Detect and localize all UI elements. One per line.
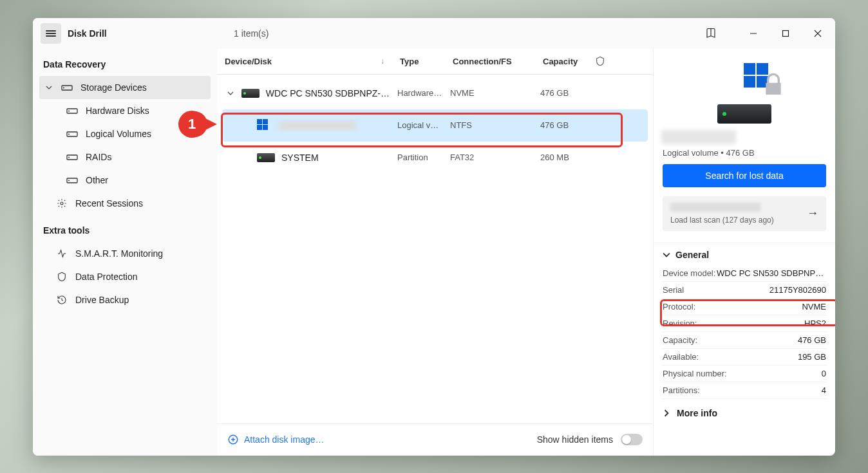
gear-icon [56, 198, 68, 209]
svg-point-7 [68, 110, 70, 111]
maximize-button[interactable] [771, 23, 800, 44]
sidebar-item-smart[interactable]: S.M.A.R.T. Monitoring [39, 242, 211, 265]
sidebar-item-drive-backup[interactable]: Drive Backup [39, 288, 211, 311]
svg-point-11 [68, 156, 70, 158]
sidebar-section-recovery: Data Recovery [39, 54, 211, 76]
property-row: Device model:WDC PC SN530 SDBPNPZ-512G-… [663, 265, 826, 282]
svg-point-9 [68, 133, 70, 134]
minimize-button[interactable] [739, 23, 768, 44]
sidebar-item-other[interactable]: Other [39, 169, 211, 192]
activity-icon [56, 248, 68, 259]
attach-disk-image-link[interactable]: Attach disk image… [227, 434, 325, 445]
svg-point-14 [61, 202, 63, 205]
table-row[interactable]: Logical vol… NTFS 476 GB [222, 109, 648, 142]
hamburger-icon [46, 30, 56, 37]
svg-point-5 [63, 87, 64, 88]
column-connection[interactable]: Connection/FS [445, 49, 535, 74]
sidebar-item-storage-devices[interactable]: Storage Devices [39, 76, 211, 99]
table-body: WDC PC SN530 SDBPNPZ-… Hardware… NVME 47… [217, 75, 653, 174]
device-name-blurred [279, 120, 356, 131]
table-header: Device/Disk↓ Type Connection/FS Capacity [217, 49, 653, 75]
sidebar: Data Recovery Storage Devices Hardware D… [33, 49, 217, 456]
device-type: Logical vol… [390, 120, 442, 130]
shield-icon [56, 272, 68, 282]
column-protection[interactable] [587, 49, 614, 74]
disk-icon [66, 176, 78, 184]
last-scan-subtitle: Load last scan (127 days ago) [670, 216, 774, 225]
property-value: 21175Y802690 [769, 285, 826, 295]
search-lost-data-button[interactable]: Search for lost data [663, 164, 826, 187]
load-last-scan-button[interactable]: Load last scan (127 days ago) → [663, 196, 826, 231]
sidebar-item-label: RAIDs [86, 152, 111, 162]
help-icon[interactable] [696, 23, 726, 44]
titlebar: Disk Drill 1 item(s) [33, 18, 835, 49]
property-key: Partitions: [663, 385, 700, 395]
disk-icon [257, 153, 275, 162]
callout-1: 1 [178, 111, 205, 138]
table-row[interactable]: WDC PC SN530 SDBPNPZ-… Hardware… NVME 47… [222, 77, 648, 109]
property-key: Physical number: [663, 369, 727, 378]
property-row: Revision:HPS2 [663, 315, 826, 332]
property-key: Serial [663, 285, 684, 295]
sidebar-item-label: Other [86, 175, 108, 185]
sidebar-item-data-protection[interactable]: Data Protection [39, 265, 211, 288]
close-button[interactable] [803, 23, 833, 44]
chevron-down-icon [46, 84, 53, 91]
sidebar-item-raids[interactable]: RAIDs [39, 145, 211, 169]
sort-arrow-icon: ↓ [381, 57, 384, 66]
device-connection: NTFS [442, 120, 533, 130]
sidebar-item-label: Drive Backup [75, 295, 129, 305]
property-value: NVME [802, 302, 826, 311]
details-panel: Logical volume • 476 GB Search for lost … [654, 49, 835, 456]
column-capacity[interactable]: Capacity [535, 49, 587, 74]
device-connection: NVME [442, 88, 533, 98]
chevron-down-icon [663, 251, 670, 259]
show-hidden-toggle[interactable] [621, 434, 643, 445]
property-key: Revision: [663, 319, 697, 328]
disk-icon [241, 89, 259, 98]
device-list-panel: Device/Disk↓ Type Connection/FS Capacity [217, 49, 654, 456]
sidebar-item-label: Recent Sessions [75, 198, 143, 209]
device-name: SYSTEM [281, 153, 319, 163]
property-row: Capacity:476 GB [663, 332, 826, 349]
app-body: Data Recovery Storage Devices Hardware D… [33, 49, 835, 456]
general-section-head[interactable]: General [663, 250, 826, 260]
column-device[interactable]: Device/Disk↓ [217, 49, 392, 74]
property-value: 4 [822, 385, 826, 395]
property-value: 0 [822, 369, 826, 378]
property-row: Serial21175Y802690 [663, 282, 826, 299]
property-value: WDC PC SN530 SDBPNPZ-512G-… [717, 268, 826, 278]
chevron-down-icon [226, 90, 235, 97]
menu-button[interactable] [41, 23, 61, 44]
table-row[interactable]: SYSTEM Partition FAT32 260 MB [222, 142, 648, 174]
device-connection: FAT32 [442, 153, 533, 162]
sidebar-item-recent-sessions[interactable]: Recent Sessions [39, 192, 211, 215]
footer-bar: Attach disk image… Show hidden items [217, 423, 653, 456]
more-info-section-head[interactable]: More info [663, 408, 826, 418]
device-name: WDC PC SN530 SDBPNPZ-… [266, 88, 390, 98]
sidebar-item-label: S.M.A.R.T. Monitoring [75, 248, 163, 259]
property-row: Protocol:NVME [663, 299, 826, 315]
device-type: Partition [390, 153, 442, 162]
column-type[interactable]: Type [392, 49, 445, 74]
show-hidden-toggle-label: Show hidden items [537, 434, 643, 445]
property-key: Capacity: [663, 335, 697, 345]
last-scan-name-blurred [670, 203, 760, 212]
sidebar-item-label: Data Protection [75, 272, 138, 282]
property-row: Physical number:0 [663, 366, 826, 382]
svg-rect-1 [783, 30, 789, 36]
app-title: Disk Drill [68, 28, 107, 39]
general-properties: Device model:WDC PC SN530 SDBPNPZ-512G-…… [663, 265, 826, 399]
property-row: Partitions:4 [663, 382, 826, 399]
disk-icon [66, 153, 78, 161]
device-subtitle: Logical volume • 476 GB [663, 148, 826, 158]
chevron-right-icon [663, 409, 670, 417]
device-capacity: 476 GB [533, 88, 584, 98]
property-row: Available:195 GB [663, 349, 826, 366]
device-type: Hardware… [390, 88, 442, 98]
item-count: 1 item(s) [234, 28, 269, 39]
windows-lock-icon [257, 119, 272, 132]
property-value: 476 GB [798, 335, 826, 345]
property-value: 195 GB [798, 352, 826, 362]
disk-icon [66, 107, 78, 115]
